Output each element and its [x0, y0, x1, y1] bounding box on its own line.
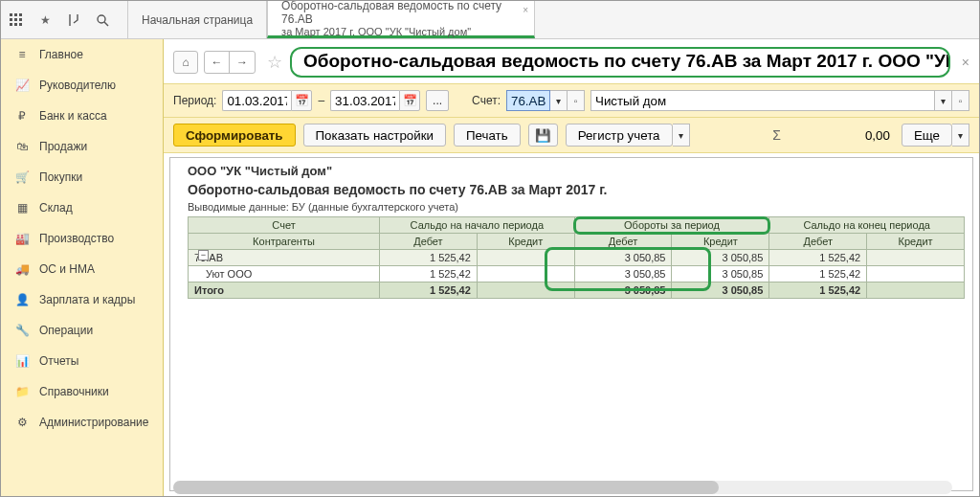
date-to-input[interactable]	[330, 90, 399, 111]
sidebar-item-label: Отчеты	[39, 354, 78, 368]
more-button[interactable]: Еще	[902, 124, 952, 147]
sidebar-item-label: Администрирование	[39, 416, 148, 429]
table-row[interactable]: Уют ООО1 525,423 050,853 050,851 525,42	[189, 266, 965, 282]
sidebar-item-12[interactable]: ⚙Администрирование	[1, 407, 163, 438]
svg-rect-5	[19, 18, 22, 21]
hdr-credit: Кредит	[867, 234, 965, 250]
report-company: ООО "УК "Чистый дом"	[188, 162, 965, 180]
nav-back-forward: ← →	[204, 51, 256, 74]
hdr-debit: Дебет	[574, 234, 672, 250]
sidebar-item-1[interactable]: 📈Руководителю	[1, 70, 163, 101]
sidebar-item-4[interactable]: 🛒Покупки	[1, 162, 163, 192]
sidebar-item-6[interactable]: 🏭Производство	[1, 223, 163, 254]
expand-icon[interactable]: −	[198, 250, 209, 260]
sidebar-item-11[interactable]: 📁Справочники	[1, 376, 163, 407]
hdr-open: Сальдо на начало периода	[380, 217, 575, 234]
apps-icon[interactable]	[9, 12, 24, 28]
close-icon[interactable]: ×	[523, 5, 528, 15]
svg-rect-7	[14, 23, 17, 26]
favorite-icon[interactable]: ☆	[267, 52, 282, 73]
sum-value	[789, 126, 894, 145]
svg-rect-3	[10, 18, 12, 21]
history-icon[interactable]	[66, 12, 81, 28]
org-input[interactable]	[590, 90, 935, 111]
sidebar-item-10[interactable]: 📊Отчеты	[1, 346, 163, 376]
report-table: Счет Сальдо на начало периода Обороты за…	[188, 216, 965, 299]
date-from-input[interactable]	[222, 90, 291, 111]
sidebar-item-label: Покупки	[39, 170, 82, 184]
sidebar-item-label: Зарплата и кадры	[39, 293, 135, 306]
svg-line-10	[104, 22, 108, 26]
menu-icon: ≡	[14, 47, 30, 62]
star-icon[interactable]: ★	[37, 12, 53, 28]
dash: –	[318, 94, 324, 107]
save-button[interactable]: 💾	[528, 124, 558, 147]
sum-symbol: Σ	[772, 127, 781, 143]
sidebar-item-label: Главное	[39, 48, 83, 61]
account-label: Счет:	[472, 94, 501, 107]
calendar-icon[interactable]: 📅	[291, 90, 312, 111]
registry-dropdown-icon[interactable]: ▾	[673, 124, 690, 147]
sidebar-item-5[interactable]: ▦Склад	[1, 192, 163, 223]
sidebar-item-label: Производство	[39, 232, 114, 245]
hdr-credit: Кредит	[477, 234, 574, 250]
sidebar-item-3[interactable]: 🛍Продажи	[1, 131, 163, 162]
forward-button[interactable]: →	[230, 52, 255, 73]
tab-home[interactable]: Начальная страница	[127, 1, 267, 38]
close-page-icon[interactable]: ×	[962, 55, 969, 70]
factory-icon: 🏭	[14, 231, 30, 246]
boxes-icon: ▦	[14, 200, 30, 215]
bag-icon: 🛍	[14, 139, 30, 154]
sidebar-item-7[interactable]: 🚚ОС и НМА	[1, 254, 163, 284]
sidebar-item-8[interactable]: 👤Зарплата и кадры	[1, 284, 163, 315]
account-input[interactable]	[506, 90, 550, 111]
form-button[interactable]: Сформировать	[173, 124, 296, 147]
calendar-icon[interactable]: 📅	[399, 90, 420, 111]
svg-rect-4	[14, 18, 17, 21]
table-row[interactable]: Итого1 525,423 050,853 050,851 525,42	[189, 282, 965, 299]
account-open-icon[interactable]: ▫	[568, 90, 585, 111]
sidebar-item-label: ОС и НМА	[39, 262, 95, 276]
sidebar-item-label: Руководителю	[39, 79, 116, 92]
org-open-icon[interactable]: ▫	[952, 90, 969, 111]
page-title: Оборотно-сальдовая ведомость по счету 76…	[290, 47, 950, 78]
gear-icon: ⚙	[14, 415, 30, 430]
svg-point-9	[98, 15, 105, 23]
hdr-turnover: Обороты за период	[574, 217, 769, 234]
ruble-icon: ₽	[14, 108, 30, 124]
sidebar-item-label: Склад	[39, 201, 73, 215]
table-row[interactable]: 76.АВ1 525,423 050,853 050,851 525,42	[189, 250, 965, 266]
account-dropdown-icon[interactable]: ▾	[550, 90, 568, 111]
print-button[interactable]: Печать	[454, 124, 521, 147]
back-button[interactable]: ←	[205, 52, 230, 73]
org-dropdown-icon[interactable]: ▾	[935, 90, 952, 111]
sidebar-item-9[interactable]: 🔧Операции	[1, 315, 163, 346]
sidebar-item-2[interactable]: ₽Банк и касса	[1, 101, 163, 131]
registry-button[interactable]: Регистр учета	[566, 124, 673, 147]
period-picker-button[interactable]: ...	[426, 90, 449, 111]
person-icon: 👤	[14, 292, 30, 307]
home-button[interactable]: ⌂	[173, 51, 198, 74]
svg-rect-8	[19, 23, 22, 26]
hdr-debit: Дебет	[769, 234, 867, 250]
tab-label: Начальная страница	[142, 13, 253, 27]
hdr-close: Сальдо на конец периода	[769, 217, 965, 234]
search-icon[interactable]	[95, 12, 110, 28]
ops-icon: 🔧	[14, 323, 30, 338]
show-settings-button[interactable]: Показать настройки	[303, 124, 446, 147]
report-title: Оборотно-сальдовая ведомость по счету 76…	[188, 180, 965, 201]
sidebar-item-label: Справочники	[39, 385, 109, 398]
sidebar-item-label: Банк и касса	[39, 109, 107, 123]
horizontal-scrollbar[interactable]	[173, 481, 952, 494]
more-dropdown-icon[interactable]: ▾	[952, 124, 969, 147]
report-icon: 📊	[14, 353, 30, 369]
period-label: Период:	[173, 94, 216, 107]
sidebar-item-0[interactable]: ≡Главное	[1, 39, 163, 70]
hdr-debit: Дебет	[380, 234, 478, 250]
tab-report[interactable]: Оборотно-сальдовая ведомость по счету 76…	[267, 1, 535, 38]
tab-label-line2: за Март 2017 г. ООО "УК "Чистый дом"	[281, 26, 521, 37]
svg-rect-1	[14, 13, 17, 16]
chart-icon: 📈	[14, 78, 30, 93]
sidebar-item-label: Продажи	[39, 140, 87, 153]
svg-rect-6	[10, 23, 12, 26]
